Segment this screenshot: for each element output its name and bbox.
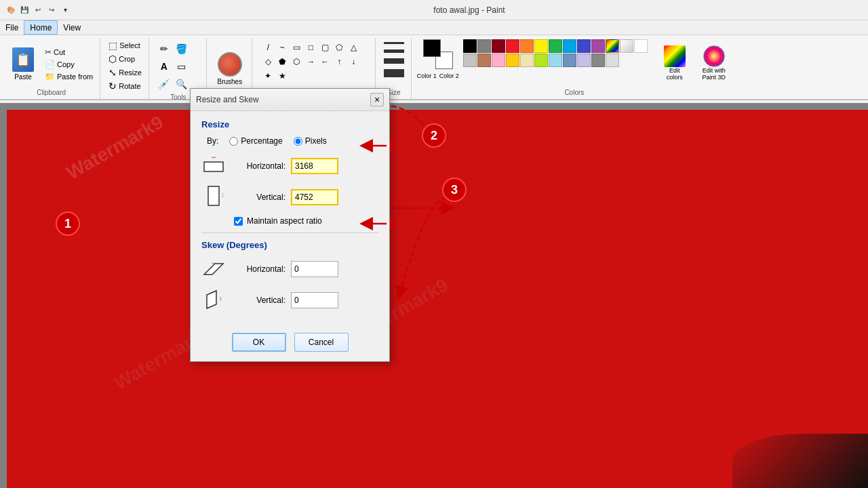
maintain-aspect-checkbox[interactable]: [234, 217, 243, 226]
percentage-label: Percentage: [241, 136, 282, 146]
percentage-radio[interactable]: [229, 137, 238, 146]
skew-vertical-icon: ↕: [204, 288, 223, 312]
dialog-body: Resize By: Percentage Pixels ↔: [191, 111, 389, 327]
svg-text:↕: ↕: [219, 295, 222, 302]
dialog-title-bar: Resize and Skew ×: [191, 89, 389, 111]
vertical-skew-input[interactable]: [291, 292, 338, 308]
svg-text:↔: ↔: [211, 260, 217, 266]
vertical-resize-label: Vertical:: [231, 192, 285, 202]
skew-section-header: Skew (Degrees): [201, 240, 378, 250]
resize-horizontal-icon: ↔: [201, 157, 226, 176]
skew-horizontal-row: ↔ Horizontal:: [201, 257, 378, 281]
resize-v-icon-container: ↕: [201, 185, 226, 209]
svg-marker-14: [390, 217, 393, 230]
horizontal-skew-input[interactable]: [291, 261, 338, 277]
cancel-button[interactable]: Cancel: [294, 333, 349, 352]
resize-horizontal-row: ↔ Horizontal:: [201, 154, 378, 178]
svg-marker-9: [207, 291, 216, 308]
skew-vertical-row: ↕ Vertical:: [201, 288, 378, 312]
pixels-radio-label[interactable]: Pixels: [294, 136, 327, 146]
maintain-aspect-label[interactable]: Maintain aspect ratio: [247, 216, 322, 226]
dialog-overlay: Resize and Skew × Resize By: Percentage …: [0, 0, 868, 488]
percentage-radio-label[interactable]: Percentage: [229, 136, 282, 146]
horizontal-skew-label: Horizontal:: [231, 264, 285, 274]
resize-vertical-icon: ↕: [204, 185, 223, 209]
svg-text:↔: ↔: [210, 157, 217, 161]
ok-button[interactable]: OK: [232, 333, 286, 352]
horizontal-resize-label: Horizontal:: [231, 161, 285, 171]
skew-horizontal-icon: ↔: [201, 260, 226, 279]
resize-section-header: Resize: [201, 119, 378, 129]
svg-rect-5: [208, 186, 219, 205]
vertical-resize-input[interactable]: [291, 189, 338, 205]
by-label: By:: [207, 136, 218, 146]
resize-by-row: By: Percentage Pixels: [201, 136, 378, 146]
dialog-buttons: OK Cancel: [191, 327, 389, 361]
svg-text:↕: ↕: [222, 191, 224, 199]
pixels-radio[interactable]: [294, 137, 302, 146]
skew-h-icon-container: ↔: [201, 257, 226, 281]
vertical-skew-label: Vertical:: [231, 296, 285, 305]
resize-vertical-row: ↕ Vertical:: [201, 185, 378, 209]
resize-skew-dialog: Resize and Skew × Resize By: Percentage …: [190, 88, 390, 362]
dialog-close-button[interactable]: ×: [370, 93, 384, 106]
maintain-aspect-row: Maintain aspect ratio: [201, 216, 378, 226]
svg-rect-3: [204, 162, 223, 171]
horizontal-resize-input[interactable]: [291, 158, 338, 174]
skew-v-icon-container: ↕: [201, 288, 226, 312]
section-divider: [201, 232, 378, 233]
resize-h-icon-container: ↔: [201, 154, 226, 178]
pixels-label: Pixels: [305, 136, 327, 146]
svg-marker-12: [390, 139, 393, 152]
dialog-title: Resize and Skew: [196, 95, 259, 104]
